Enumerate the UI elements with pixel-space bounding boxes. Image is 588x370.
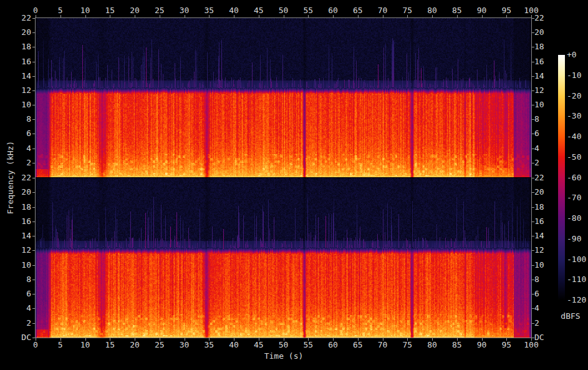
x-tick: [407, 15, 408, 17]
x-tick-label: 60: [321, 341, 345, 349]
x-tick-label: 25: [147, 6, 172, 14]
y-tick-label: 14: [7, 231, 31, 240]
x-tick-label: 5: [48, 6, 73, 14]
x-tick: [36, 15, 36, 17]
y-tick-label: 20: [7, 187, 31, 197]
y-tick-label: 14: [534, 71, 559, 80]
colorbar-tick-label: +0: [567, 51, 588, 59]
y-tick: [32, 323, 35, 324]
y-tick-label: 12: [7, 85, 31, 95]
spectrogram-channel-2: [36, 178, 531, 338]
x-tick-label: 90: [470, 341, 494, 349]
y-tick: [32, 236, 35, 236]
x-tick-label: 30: [172, 6, 197, 14]
colorbar-tick-label: -10: [567, 71, 588, 80]
x-tick-label: 45: [246, 341, 271, 349]
y-tick: [32, 18, 35, 19]
y-tick: [32, 250, 35, 251]
x-tick-label: 65: [345, 6, 370, 14]
y-tick-label: 8: [534, 114, 559, 124]
y-tick-label: 12: [534, 85, 559, 95]
x-tick: [333, 15, 334, 17]
y-tick: [32, 265, 35, 266]
x-tick-label: 35: [196, 341, 221, 349]
x-tick-label: 65: [345, 341, 370, 349]
y-tick-label: 20: [534, 187, 559, 197]
x-tick: [135, 15, 135, 17]
colorbar-tick-label: -30: [567, 112, 588, 120]
y-tick-label: 6: [534, 289, 559, 298]
colorbar-tick-label: -90: [567, 235, 588, 243]
x-tick: [432, 15, 433, 17]
x-axis-title: Time (s): [221, 351, 346, 361]
x-tick: [457, 15, 458, 17]
y-tick-label: 10: [7, 100, 31, 109]
x-tick: [160, 15, 160, 17]
x-tick-label: 55: [296, 6, 321, 14]
x-tick-label: 5: [48, 341, 73, 349]
x-tick: [234, 15, 234, 17]
y-tick-label: 22: [534, 173, 559, 182]
y-tick: [32, 294, 35, 295]
x-tick: [209, 15, 210, 17]
x-tick-label: 50: [271, 6, 296, 14]
x-tick-label: 60: [321, 6, 345, 14]
x-tick: [358, 15, 359, 17]
y-tick-label: 2: [534, 318, 559, 328]
y-tick-label: 14: [7, 71, 31, 80]
y-tick-label: 18: [534, 202, 559, 212]
y-tick: [32, 163, 35, 163]
y-tick-label: 4: [7, 144, 31, 153]
y-tick-label: 10: [534, 100, 559, 109]
y-tick-label: 14: [534, 231, 559, 240]
colorbar-tick-label: -40: [567, 132, 588, 141]
x-tick-label: 90: [470, 6, 494, 14]
y-tick-label: 2: [7, 158, 31, 167]
x-tick-label: 50: [271, 341, 296, 349]
x-tick-label: 40: [221, 6, 246, 14]
y-tick-label: 8: [534, 275, 559, 284]
y-tick-label: 16: [534, 57, 559, 66]
y-tick-label: 10: [534, 260, 559, 270]
y-tick-label: 20: [7, 27, 31, 37]
y-tick-label: 4: [534, 144, 559, 153]
y-tick-label: 6: [534, 129, 559, 138]
x-tick-label: 80: [420, 341, 445, 349]
x-tick-label: 75: [395, 341, 420, 349]
y-tick-label: 22: [7, 13, 31, 22]
y-tick: [32, 76, 35, 77]
y-tick-label: 20: [534, 27, 559, 37]
x-tick-label: 85: [445, 341, 470, 349]
colorbar-tick-label: -20: [567, 92, 588, 100]
x-tick-label: 55: [296, 341, 321, 349]
x-tick-label: 10: [73, 6, 98, 14]
y-tick: [32, 280, 35, 280]
y-tick: [32, 119, 35, 120]
y-tick-label: 10: [7, 260, 31, 270]
y-tick: [32, 178, 35, 178]
spectrogram-figure: Frequency (kHz) Time (s) dBFS 0055101015…: [0, 0, 588, 370]
spectrogram-channel-1: [36, 18, 531, 177]
y-tick: [32, 62, 35, 62]
x-tick-label: 40: [221, 341, 246, 349]
y-tick: [32, 134, 35, 134]
x-tick-label: 85: [445, 6, 470, 14]
y-tick-label: 4: [534, 303, 559, 313]
y-tick: [32, 105, 35, 105]
y-tick-label: 22: [534, 13, 559, 22]
y-tick: [32, 222, 35, 222]
x-tick-label: 95: [494, 341, 519, 349]
x-tick-label: 70: [370, 341, 395, 349]
x-tick-label: 80: [420, 6, 445, 14]
y-tick-label: 16: [534, 217, 559, 226]
x-tick: [60, 15, 61, 17]
y-tick: [32, 32, 35, 33]
colorbar-tick-label: -50: [567, 153, 588, 162]
y-tick-label: 4: [7, 303, 31, 313]
y-tick-label: 12: [534, 245, 559, 255]
y-tick-label: 22: [7, 173, 31, 182]
colorbar-tick-label: -70: [567, 193, 588, 202]
x-tick-label: 20: [122, 341, 147, 349]
x-tick: [110, 15, 110, 17]
x-tick: [482, 15, 483, 17]
